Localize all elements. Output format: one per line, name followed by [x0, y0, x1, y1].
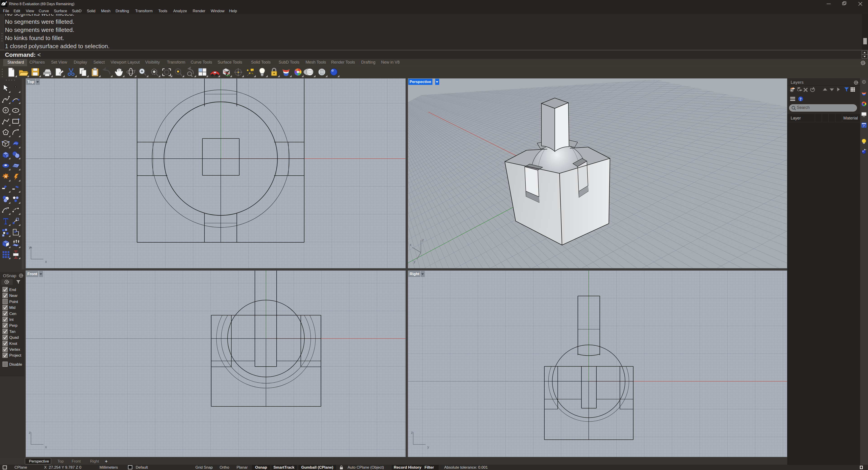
svg-text:?: ?: [800, 97, 802, 101]
svg-text:Near: Near: [9, 293, 18, 298]
svg-text:z: z: [29, 431, 31, 435]
svg-text:y: y: [29, 245, 31, 249]
svg-text:x: x: [410, 243, 411, 247]
svg-text:Project: Project: [9, 353, 21, 357]
svg-text:y: y: [427, 445, 429, 449]
svg-text:End: End: [9, 288, 16, 292]
svg-text:Tan: Tan: [9, 329, 16, 334]
svg-text:Disable: Disable: [9, 362, 22, 366]
svg-text:8: 8: [6, 1, 7, 3]
svg-text:Knot: Knot: [9, 342, 17, 346]
svg-text:Vertex: Vertex: [9, 347, 20, 352]
svg-text:z: z: [411, 431, 413, 435]
svg-text:Point: Point: [9, 300, 18, 304]
svg-text:y: y: [414, 260, 415, 263]
svg-text:Mid: Mid: [9, 305, 16, 310]
svg-text:Perp: Perp: [9, 323, 18, 328]
svg-text:x: x: [45, 445, 47, 449]
svg-text:Quad: Quad: [9, 335, 19, 340]
svg-text:Int: Int: [9, 318, 13, 322]
svg-text:z: z: [422, 238, 424, 242]
svg-text:?: ?: [863, 124, 865, 128]
svg-text:Cen: Cen: [9, 312, 16, 316]
svg-text:x: x: [45, 260, 47, 264]
